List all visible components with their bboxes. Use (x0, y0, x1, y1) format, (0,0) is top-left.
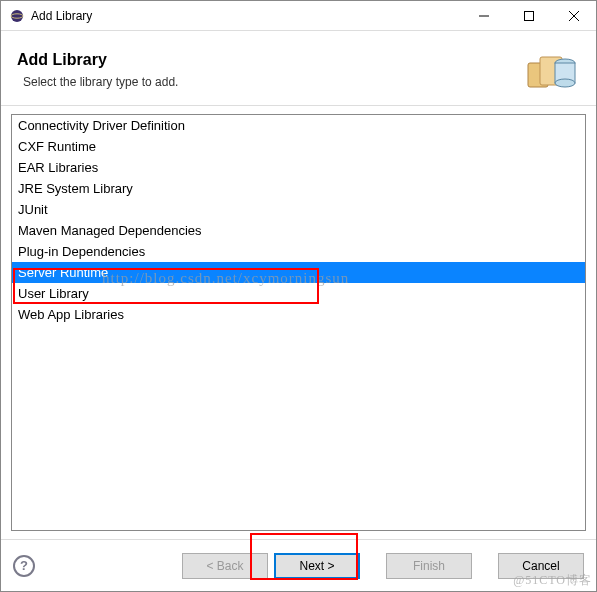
library-type-list[interactable]: Connectivity Driver DefinitionCXF Runtim… (11, 114, 586, 531)
window-controls (461, 1, 596, 30)
page-title: Add Library (17, 51, 520, 69)
help-icon[interactable]: ? (13, 555, 35, 577)
back-button[interactable]: < Back (182, 553, 268, 579)
close-button[interactable] (551, 1, 596, 30)
svg-rect-3 (524, 11, 533, 20)
list-item[interactable]: Connectivity Driver Definition (12, 115, 585, 136)
maximize-button[interactable] (506, 1, 551, 30)
wizard-button-bar: ? < Back Next > Finish Cancel (1, 539, 596, 591)
svg-point-0 (11, 10, 23, 22)
list-item[interactable]: Web App Libraries (12, 304, 585, 325)
wizard-header: Add Library Select the library type to a… (1, 31, 596, 106)
list-item[interactable]: Server Runtime (12, 262, 585, 283)
list-item[interactable]: User Library (12, 283, 585, 304)
next-button[interactable]: Next > (274, 553, 360, 579)
page-description: Select the library type to add. (23, 75, 520, 89)
window-titlebar: Add Library (1, 1, 596, 31)
library-jar-icon (520, 45, 580, 95)
list-item[interactable]: Plug-in Dependencies (12, 241, 585, 262)
eclipse-icon (9, 8, 25, 24)
list-item[interactable]: JUnit (12, 199, 585, 220)
list-item[interactable]: Maven Managed Dependencies (12, 220, 585, 241)
minimize-button[interactable] (461, 1, 506, 30)
list-item[interactable]: JRE System Library (12, 178, 585, 199)
list-item[interactable]: EAR Libraries (12, 157, 585, 178)
list-item[interactable]: CXF Runtime (12, 136, 585, 157)
cancel-button[interactable]: Cancel (498, 553, 584, 579)
window-title: Add Library (31, 9, 461, 23)
svg-point-10 (555, 79, 575, 87)
finish-button[interactable]: Finish (386, 553, 472, 579)
